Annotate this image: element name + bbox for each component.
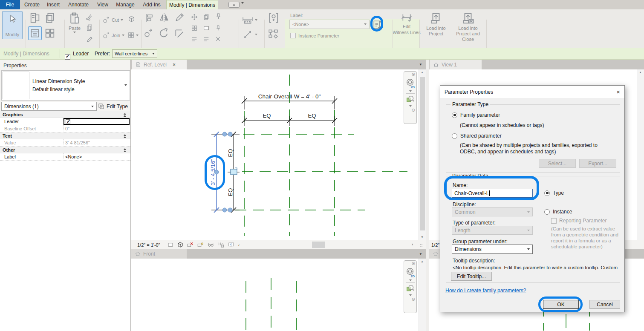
dimension-button[interactable] xyxy=(243,30,257,39)
scroll-up-icon[interactable]: ▲ xyxy=(421,71,424,74)
selection-filter-dropdown[interactable]: Dimensions (1) xyxy=(1,102,97,111)
scroll-right-icon[interactable]: › xyxy=(412,242,413,247)
tab-front[interactable]: Front xyxy=(131,249,187,259)
solid-forms-button[interactable] xyxy=(128,15,135,23)
shadows-icon[interactable] xyxy=(177,242,184,248)
ribbon-collapse-button[interactable] xyxy=(228,2,240,8)
instance-radio-row[interactable]: Instance xyxy=(544,209,572,215)
pin-position-button[interactable] xyxy=(127,32,139,39)
delete-button[interactable] xyxy=(215,36,221,42)
close-view-icon[interactable]: × xyxy=(173,62,176,68)
wheel-options-arrow-icon[interactable] xyxy=(409,279,412,281)
type-selector-arrow-icon[interactable] xyxy=(124,84,127,86)
trim-extend-button[interactable] xyxy=(191,36,198,43)
navbar-close-icon[interactable]: ⊗ xyxy=(412,72,415,77)
pin-button[interactable] xyxy=(215,25,222,32)
type-radio[interactable] xyxy=(544,190,550,196)
tab-manage[interactable]: Manage xyxy=(113,0,138,9)
tab-add-ins[interactable]: Add-Ins xyxy=(139,0,165,9)
group-header-text[interactable]: Text xyxy=(0,132,130,139)
view1-vertical-scrollbar[interactable]: ▲ xyxy=(637,69,644,240)
collapse-group-icon[interactable] xyxy=(124,134,126,138)
dialog-title-bar[interactable]: Parameter Properties × xyxy=(440,86,624,98)
ref-level-vertical-scrollbar[interactable]: ▲ ▼ xyxy=(419,69,426,240)
tab-insert[interactable]: Insert xyxy=(43,0,64,9)
family-parameter-radio[interactable] xyxy=(452,112,457,118)
reveal-hidden-elements-icon[interactable] xyxy=(228,242,235,248)
reference-planes-front[interactable] xyxy=(246,278,297,331)
dialog-close-icon[interactable]: × xyxy=(616,88,620,95)
eq-top-text[interactable]: EQ xyxy=(227,149,234,157)
cut-geometry-button[interactable]: Cut xyxy=(102,16,123,24)
leader-checkbox[interactable] xyxy=(65,54,70,60)
copy-button[interactable] xyxy=(203,14,210,20)
family-types-button[interactable] xyxy=(44,12,56,24)
name-input[interactable]: Chair-Overall-L xyxy=(452,189,533,198)
family-parameter-radio-row[interactable]: Family parameter xyxy=(452,112,500,118)
navbar-close-icon[interactable]: ⊗ xyxy=(412,262,415,266)
family-connectors-button[interactable] xyxy=(44,27,56,39)
tab-annotate[interactable]: Annotate xyxy=(65,0,92,9)
type-of-parameter-dropdown[interactable]: Length xyxy=(452,226,533,235)
family-category-button[interactable] xyxy=(29,12,41,24)
eq-left-text[interactable]: EQ xyxy=(263,112,271,119)
scroll-down-icon[interactable]: ▼ xyxy=(421,236,424,239)
zoom-region-icon[interactable] xyxy=(406,284,415,293)
properties-palette-toggle-button[interactable] xyxy=(28,26,42,40)
discipline-dropdown[interactable]: Common xyxy=(452,207,533,216)
expand-control-bar-icon[interactable]: ‹ xyxy=(238,242,240,248)
unpin-button[interactable] xyxy=(215,13,222,20)
view1-scale-button[interactable]: 1/2" xyxy=(431,242,439,248)
navbar-collapse-icon[interactable]: ⊖ xyxy=(412,297,415,302)
collapse-group-icon[interactable] xyxy=(124,148,126,152)
load-into-project-close-button[interactable]: Load into Project and Close xyxy=(451,12,485,43)
zoom-options-arrow-icon[interactable] xyxy=(409,105,412,107)
property-row-baseline-offset[interactable]: Baseline Offset 0" xyxy=(0,125,130,132)
create-group-button[interactable] xyxy=(268,12,280,24)
paste-button[interactable]: Paste xyxy=(68,12,81,33)
export-shared-button[interactable]: Export... xyxy=(579,159,616,168)
view-tab-list-arrow-icon[interactable]: ▼ xyxy=(419,63,422,66)
create-parameter-button[interactable] xyxy=(372,18,383,31)
property-row-label[interactable]: Label <None> xyxy=(0,153,130,161)
group-header-graphics[interactable]: Graphics xyxy=(0,111,130,118)
eq-right-text[interactable]: EQ xyxy=(308,112,316,119)
create-similar-button[interactable] xyxy=(268,28,279,39)
type-selector[interactable]: Linear Dimension Style Default linear st… xyxy=(1,70,130,101)
cope-button[interactable] xyxy=(159,12,170,23)
tab-modify-dimensions[interactable]: Modify | Dimensions xyxy=(166,0,218,9)
instance-radio[interactable] xyxy=(544,209,550,215)
rotate-button[interactable] xyxy=(158,27,170,39)
viewport-splitter[interactable] xyxy=(426,60,429,331)
group-header-other[interactable]: Other xyxy=(0,147,130,153)
visual-style-icon[interactable] xyxy=(167,242,174,248)
trim-corner-button[interactable] xyxy=(203,36,210,43)
ribbon-collapse-menu-arrow-icon[interactable] xyxy=(241,4,244,10)
match-type-button[interactable] xyxy=(86,36,93,43)
align-button[interactable] xyxy=(144,13,154,23)
scrollbar-thumb[interactable] xyxy=(420,77,425,230)
reporting-parameter-row[interactable]: Reporting Parameter xyxy=(551,218,606,224)
wheel-options-arrow-icon[interactable] xyxy=(409,90,412,92)
view-scale-button[interactable]: 1/2" = 1'-0" xyxy=(137,242,160,248)
zoom-options-arrow-icon[interactable] xyxy=(409,294,412,296)
group-parameter-under-dropdown[interactable]: Dimensions xyxy=(452,245,533,254)
dim-overall-w-text[interactable]: Chair-Overall-W = 4' - 0" xyxy=(258,93,321,100)
mirror-axis-button[interactable] xyxy=(191,25,198,32)
cut-to-clipboard-button[interactable] xyxy=(85,13,93,21)
zoom-region-icon[interactable] xyxy=(406,95,415,104)
ok-button[interactable]: OK xyxy=(543,300,579,309)
property-row-leader[interactable]: Leader xyxy=(0,118,130,125)
shared-parameter-radio-row[interactable]: Shared parameter xyxy=(452,133,502,139)
tab-file[interactable]: File xyxy=(0,0,20,9)
tab-create[interactable]: Create xyxy=(21,0,43,9)
show-crop-region-icon[interactable] xyxy=(197,242,204,248)
horizontal-scrollbar[interactable]: › xyxy=(244,240,426,249)
split-element-button[interactable] xyxy=(174,12,185,23)
tab-ref-level[interactable]: Ref. Level × xyxy=(132,60,187,69)
type-radio-row[interactable]: Type xyxy=(544,190,564,196)
view-tab-list-arrow-icon[interactable]: ▼ xyxy=(419,252,422,256)
load-into-project-button[interactable]: Load into Project xyxy=(422,12,450,37)
navbar-collapse-icon[interactable]: ⊖ xyxy=(412,108,415,112)
dimension-eq-horizontal[interactable] xyxy=(242,116,337,126)
